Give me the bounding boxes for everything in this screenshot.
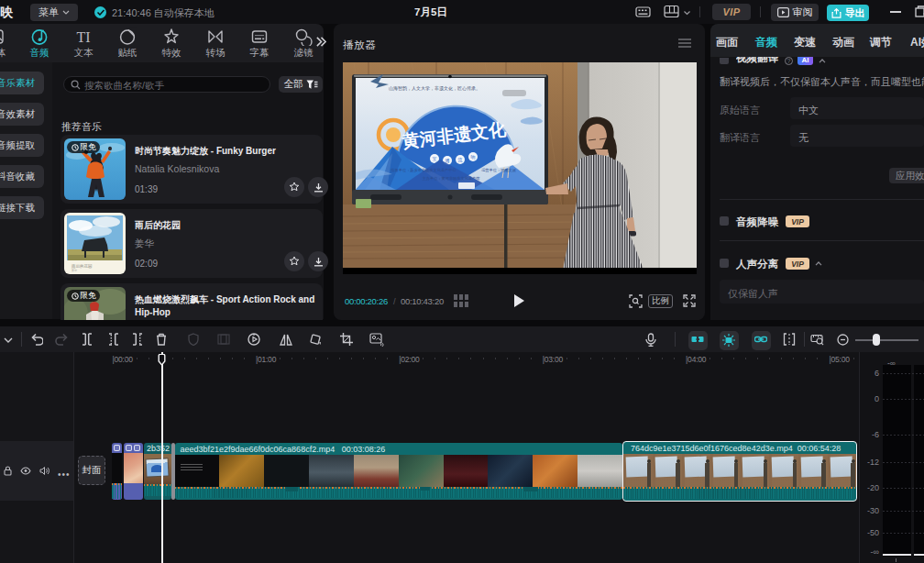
svg-text:响: 响 [471, 154, 476, 160]
svg-text:流: 流 [458, 157, 463, 163]
svg-text:山海智韵，人文大学，非遗文化，匠心传承。: 山海智韵，人文大学，非遗文化，匠心传承。 [389, 85, 480, 92]
svg-text:TI: TI [76, 29, 90, 45]
svg-text:姜华: 姜华 [72, 269, 77, 272]
svg-text:宝: 宝 [433, 156, 437, 161]
